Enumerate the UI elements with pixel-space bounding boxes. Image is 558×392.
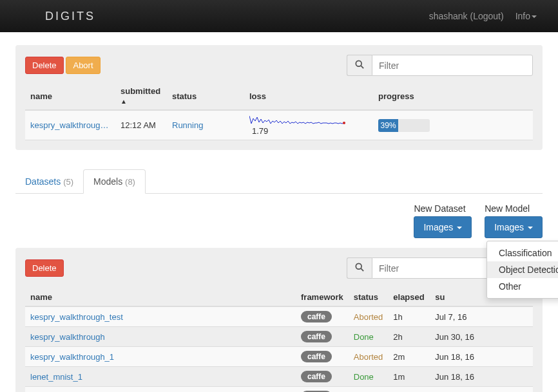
caret-down-icon — [457, 227, 462, 229]
models-table: name framework status elapsed su kespry_… — [25, 288, 533, 392]
model-row: kespry_walkthrough_testcaffeAborted1hJul… — [25, 306, 533, 327]
model-elapsed: 1m — [388, 367, 430, 387]
progress-bar: 39% — [378, 119, 430, 132]
running-job-row: kespry_walkthroug… 12:12 AM Running 1.79… — [25, 110, 533, 140]
tabs: Datasets (5) Models (8) — [15, 169, 543, 194]
running-jobs-table: name submitted ▲ status loss progress ke… — [25, 82, 533, 140]
brand-logo[interactable]: DIGITS — [45, 10, 95, 23]
model-elapsed: 2h — [388, 327, 430, 347]
search-icon — [347, 55, 372, 76]
model-row: kespry_walkthroughcaffeDone2hJun 30, 16 — [25, 327, 533, 347]
svg-point-2 — [343, 122, 345, 124]
model-elapsed: 2m — [388, 347, 430, 367]
new-dataset-images-button[interactable]: Images — [414, 216, 472, 238]
col-framework[interactable]: framework — [296, 288, 349, 306]
info-label: Info — [515, 11, 530, 21]
model-status: Done — [354, 332, 374, 342]
col-name[interactable]: name — [25, 82, 115, 110]
framework-badge: caffe — [301, 331, 332, 342]
svg-line-4 — [361, 268, 363, 271]
search-icon — [347, 257, 372, 279]
delete-button[interactable]: Delete — [25, 57, 64, 74]
model-row: lenet_mnist_1caffeDone1mJun 18, 16 — [25, 367, 533, 387]
col-status[interactable]: status — [349, 288, 389, 306]
delete-models-button[interactable]: Delete — [25, 259, 64, 277]
svg-point-3 — [356, 263, 361, 269]
caret-down-icon — [528, 227, 533, 229]
col-status[interactable]: status — [167, 82, 244, 110]
model-row: kespry_walkthrough_1caffeAborted2mJun 18… — [25, 347, 533, 367]
model-submitted: Jun 30, 16 — [430, 327, 533, 347]
running-jobs-panel: Delete Abort name submitted ▲ status — [15, 45, 543, 150]
sort-asc-icon: ▲ — [120, 98, 127, 105]
model-status: Done — [354, 372, 374, 382]
model-name-link[interactable]: kespry_walkthrough_test — [30, 312, 123, 322]
col-submitted-label: submitted — [120, 86, 160, 96]
navbar: DIGITS shashank (Logout) Info — [0, 0, 558, 32]
tab-models[interactable]: Models (8) — [83, 169, 146, 194]
caret-down-icon — [532, 15, 537, 18]
job-name-link[interactable]: kespry_walkthroug… — [30, 120, 108, 130]
new-dataset-col: New Dataset Images — [414, 203, 472, 238]
model-status: Aborted — [354, 312, 383, 322]
images-label: Images — [494, 222, 524, 232]
svg-point-0 — [356, 61, 361, 66]
model-name-link[interactable]: kespry_walkthrough — [30, 332, 105, 342]
new-dataset-label: New Dataset — [414, 203, 472, 214]
tab-datasets[interactable]: Datasets (5) — [15, 170, 83, 193]
tab-datasets-count: (5) — [63, 177, 73, 187]
images-label: Images — [423, 222, 453, 232]
job-submitted: 12:12 AM — [115, 110, 167, 140]
col-loss[interactable]: loss — [244, 82, 373, 110]
model-submitted: Jul 7, 16 — [430, 306, 533, 327]
job-status[interactable]: Running — [172, 120, 203, 130]
new-model-label: New Model — [485, 203, 543, 214]
model-status: Aborted — [354, 352, 383, 362]
col-submitted[interactable]: submitted ▲ — [115, 82, 167, 110]
framework-badge: caffe — [301, 351, 332, 362]
model-row: kespry_walkthroughcaffeDone1hJun 14, 16 — [25, 387, 533, 393]
job-loss-cell: 1.79 — [244, 110, 373, 140]
dropdown-classification[interactable]: Classification — [487, 245, 558, 261]
model-name-link[interactable]: kespry_walkthrough_1 — [30, 352, 114, 362]
loss-value: 1.79 — [252, 126, 268, 136]
model-elapsed: 1h — [388, 387, 430, 393]
user-logout-link[interactable]: shashank (Logout) — [429, 11, 504, 21]
dropdown-object-detection[interactable]: Object Detection — [487, 261, 558, 278]
actions-row: New Dataset Images New Model Images Clas… — [15, 203, 543, 238]
new-model-col: New Model Images — [485, 203, 543, 238]
col-elapsed[interactable]: elapsed — [388, 288, 430, 306]
tab-datasets-label: Datasets — [25, 176, 61, 187]
tab-models-label: Models — [93, 176, 122, 187]
info-menu[interactable]: Info — [515, 11, 537, 21]
filter-input[interactable] — [372, 55, 533, 76]
models-panel: Delete name framework status elapsed su … — [15, 248, 543, 392]
model-name-link[interactable]: lenet_mnist_1 — [30, 372, 82, 382]
model-submitted: Jun 14, 16 — [430, 387, 533, 393]
abort-button[interactable]: Abort — [66, 57, 100, 74]
framework-badge: caffe — [301, 371, 332, 382]
svg-line-1 — [361, 66, 363, 68]
model-elapsed: 1h — [388, 306, 430, 327]
loss-sparkline — [249, 115, 346, 126]
tab-models-count: (8) — [125, 177, 135, 187]
new-model-images-button[interactable]: Images — [485, 216, 543, 238]
framework-badge: caffe — [301, 311, 332, 322]
model-submitted: Jun 18, 16 — [430, 347, 533, 367]
model-submitted: Jun 18, 16 — [430, 367, 533, 387]
dropdown-other[interactable]: Other — [487, 278, 558, 295]
progress-fill: 39% — [378, 119, 398, 132]
col-name[interactable]: name — [25, 288, 296, 306]
new-model-dropdown: Classification Object Detection Other — [486, 241, 558, 299]
col-progress[interactable]: progress — [373, 82, 533, 110]
